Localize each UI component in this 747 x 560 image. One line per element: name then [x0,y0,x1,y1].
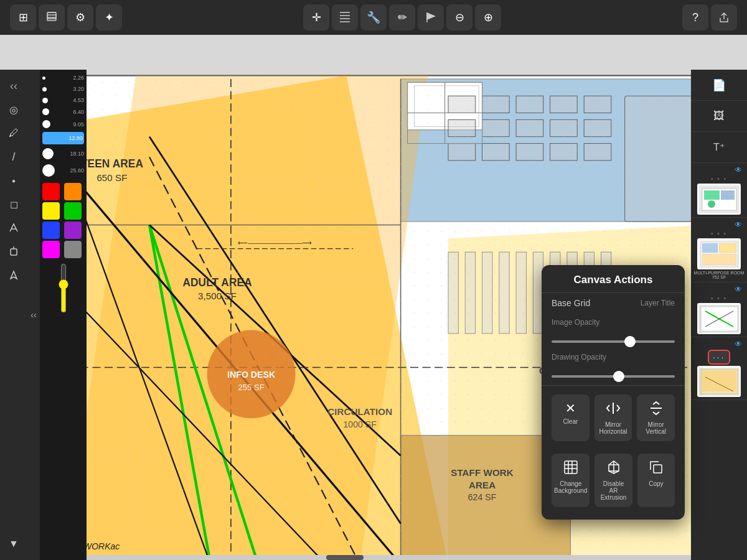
color-blue[interactable] [42,222,60,239]
color-green[interactable] [64,202,82,220]
mirror-v-icon [649,401,664,419]
drawing-opacity-row: Drawing Opacity [542,348,685,366]
divider-1 [542,385,685,386]
thumbnail-img-2 [697,238,741,269]
pen2-button[interactable] [2,240,25,263]
hatch-button[interactable] [332,4,358,30]
center-toolbar-group: ✛ 🔧 ✏ ⊖ ⊕ [303,4,501,30]
ar-extrusion-icon [606,460,621,478]
pen3-button[interactable] [2,264,25,286]
wrench-button[interactable]: 🔧 [360,4,387,30]
color-red[interactable] [42,183,60,200]
change-bg-label: ChangeBackground [554,480,587,494]
mirror-h-icon [606,401,621,419]
canvas-area: TEEN AREA 650 SF ADULT AREA 3,500 SF INF… [0,35,747,560]
target-button[interactable]: ◎ [2,98,25,121]
thumb-dots-3: • • • [711,295,727,302]
grid-button[interactable]: ⊞ [10,4,36,30]
thumb-label-2: MULTI-PURPOSE ROOM752 SF [694,271,745,279]
thumb-eye-4: 👁 [693,340,745,348]
top-toolbar: ⊞ ⚙ ✦ ✛ 🔧 ✏ [0,0,747,35]
eye-icon-4: 👁 [735,340,742,348]
quick-button[interactable]: ✦ [96,4,122,30]
actions-grid-1: ✕ Clear MirrorHorizontal [542,388,685,447]
svg-rect-92 [11,249,17,255]
pen1-button[interactable] [2,217,25,239]
base-grid-label: Base Grid [552,298,590,308]
drawing-opacity-slider[interactable] [552,375,675,378]
line-tool-button[interactable]: / [2,146,25,168]
color-orange[interactable] [64,183,82,200]
change-background-button[interactable]: ChangeBackground [552,454,590,507]
eraser-button[interactable]: ◻ [2,193,25,215]
actions-grid-2: ChangeBackground DisableAR Extrusion [542,447,685,513]
canvas-actions-panel: Canvas Actions Base Grid Layer Title Ima… [542,265,685,520]
size-dot-4 [42,108,49,115]
flag-button[interactable] [418,4,444,30]
thumb-eye-1: 👁 [693,166,745,174]
panel-collapse-button[interactable]: ‹‹ [27,70,40,560]
size-label-2: 3.20 [49,86,84,92]
svg-marker-9 [427,13,435,19]
size-slider[interactable] [57,263,70,313]
svg-rect-96 [704,190,720,200]
ar-extrusion-button[interactable]: DisableAR Extrusion [594,454,632,507]
thumbnail-3[interactable]: 👁 • • • [691,282,747,337]
text-button[interactable]: T⁺ [691,132,747,163]
svg-rect-102 [719,243,736,253]
settings-button[interactable]: ⚙ [67,4,93,30]
svg-rect-101 [702,243,718,253]
plus-button[interactable]: ⊕ [475,4,501,30]
color-gray[interactable] [64,241,82,258]
eyedropper-button[interactable]: 🖊 [2,122,25,144]
svg-rect-103 [702,254,736,265]
pencil-button[interactable]: ✏ [389,4,415,30]
size-dot-2 [42,87,47,91]
more-button[interactable]: ··· [708,350,731,365]
change-bg-icon [563,460,578,478]
size-label-7: 18.10 [56,151,84,157]
copy-button[interactable]: Copy [637,454,675,507]
color-magenta[interactable] [42,241,60,258]
new-canvas-button[interactable]: 📄 [691,70,747,101]
insert-image-button[interactable]: 🖼 [691,101,747,132]
image-opacity-slider-wrap [542,332,685,348]
copy-label: Copy [649,480,663,487]
color-yellow[interactable] [42,202,60,220]
eye-icon-3: 👁 [735,285,742,294]
layers-button[interactable] [39,4,65,30]
size-label-1: 2.26 [48,75,84,81]
svg-rect-97 [721,190,735,200]
size-row-6[interactable]: 12.80 [42,132,84,144]
thumbnail-img-1 [697,184,741,215]
minus-button[interactable]: ⊖ [446,4,472,30]
collapse-panel-button[interactable]: ‹‹ [2,75,25,97]
image-opacity-slider[interactable] [552,340,675,343]
mirror-v-button[interactable]: MirrorVertical [637,394,675,441]
share-button[interactable] [711,4,737,30]
drawing-opacity-label: Drawing Opacity [552,353,606,362]
base-grid-row: Base Grid Layer Title [542,293,685,313]
point-button[interactable]: ● [2,169,25,192]
help-button[interactable]: ? [682,4,708,30]
thumbnail-2[interactable]: 👁 • • • MULTI-PURPOSE ROOM752 SF [691,218,747,282]
thumbnail-1[interactable]: 👁 • • • [691,163,747,218]
mirror-h-button[interactable]: MirrorHorizontal [594,394,632,441]
snap-button[interactable]: ✛ [303,4,329,30]
clear-button[interactable]: ✕ Clear [552,394,590,441]
svg-rect-123 [654,465,662,473]
mirror-h-label: MirrorHorizontal [599,421,627,435]
color-purple[interactable] [64,222,82,239]
eye-icon-1: 👁 [735,166,742,174]
svg-rect-110 [702,371,736,391]
layer-title-label: Layer Title [641,299,675,307]
thumbnail-4[interactable]: 👁 ··· [691,337,747,400]
scroll-thumb[interactable] [326,555,364,560]
right-panel: 📄 🖼 T⁺ 👁 • • • 👁 [691,70,747,560]
size-label-3: 4.53 [50,97,84,103]
bottom-scrollbar[interactable] [27,555,691,560]
scroll-down-button[interactable]: ▼ [2,533,25,555]
eye-icon-2: 👁 [735,220,742,229]
thumbnail-img-3 [697,303,741,334]
canvas-actions-title: Canvas Actions [542,265,685,293]
